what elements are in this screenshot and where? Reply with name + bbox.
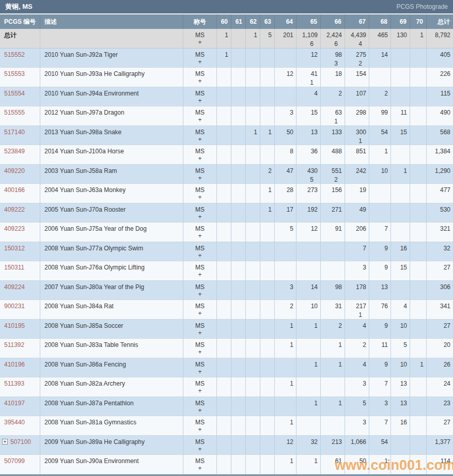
page-title: 黄铜, MS <box>5 2 33 11</box>
grade-cell-70 <box>410 397 427 417</box>
designation-plus: + <box>183 77 216 85</box>
grade-value: 3 <box>345 419 366 426</box>
description-cell: 2010 Yuan Sun-J94a Environment <box>40 87 183 107</box>
grade-cell-69 <box>391 281 410 300</box>
grade-value: 477 <box>427 186 450 194</box>
grade-cell-70 <box>410 126 427 146</box>
grade-cell-65: 1,1096 <box>296 29 321 49</box>
grade-cell-70 <box>410 377 427 397</box>
pcgs-id-link[interactable]: 400166 <box>4 186 25 194</box>
pcgs-id-link[interactable]: 507099 <box>4 457 25 465</box>
designation-plus: + <box>183 194 216 201</box>
pcgs-id-link[interactable]: 507100 <box>10 438 31 446</box>
grade-cell-64 <box>275 242 296 262</box>
total-cell: 1,377 <box>427 436 453 455</box>
header-grade-62: 62 <box>246 14 260 29</box>
grade-cell-68: 9 <box>369 320 391 339</box>
grade-value: 27 <box>427 419 450 426</box>
pcgs-id-link[interactable]: 150311 <box>4 264 24 271</box>
table-row: 1503112008 Yuan Sun-J76a Olympic Lifting… <box>0 261 453 281</box>
grade-cell-67: 3001 <box>345 126 369 146</box>
grade-value: 107 <box>345 90 366 97</box>
plus-grade-value: 2 <box>345 60 366 67</box>
grade-value: 1 <box>321 361 342 368</box>
grade-cell-64: 28 <box>275 184 296 203</box>
designation-cell: MS+ <box>183 87 217 107</box>
total-cell: 26 <box>427 358 453 378</box>
pcgs-id-link[interactable]: 900231 <box>4 303 25 310</box>
grade-cell-60 <box>217 68 231 87</box>
pcgs-id-link[interactable]: 517140 <box>4 129 25 136</box>
grade-value: 50 <box>275 129 293 136</box>
grade-cell-66: 2 <box>321 320 345 339</box>
grade-cell-70 <box>410 416 427 436</box>
table-row: 4092242007 Yuan Sun-J80a Year of the Pig… <box>0 281 453 300</box>
grade-cell-62 <box>246 223 260 242</box>
grade-cell-65: 1 <box>296 455 321 474</box>
table-row: 5171402013 Yuan Sun-J98a SnakeMS+1150131… <box>0 126 453 146</box>
plus-grade-value: 1 <box>345 311 366 319</box>
grade-cell-70 <box>410 165 427 184</box>
grade-value: 31 <box>321 303 342 310</box>
grade-cell-62 <box>246 242 260 262</box>
grade-value: 16 <box>391 245 407 252</box>
grade-cell-63 <box>260 223 275 242</box>
pcgs-id-link[interactable]: 410197 <box>4 400 25 407</box>
grade-value: 1 <box>275 322 293 329</box>
pcgs-id-link[interactable]: 511392 <box>4 341 24 348</box>
pcgs-id-link[interactable]: 515554 <box>4 90 25 97</box>
grade-value: 4,439 <box>345 31 366 39</box>
table-row: 5113922008 Yuan Sun-J83a Table TennisMS+… <box>0 339 453 358</box>
grade-cell-70 <box>410 203 427 223</box>
designation-ms: MS <box>183 438 216 446</box>
grade-cell-65: 1 <box>296 320 321 339</box>
grade-cell-70 <box>410 455 427 474</box>
pcgs-id-link[interactable]: 410195 <box>4 322 25 329</box>
grade-value: 49 <box>345 206 366 213</box>
description-cell: 2008 Yuan Sun-J76a Olympic Lifting <box>40 261 183 281</box>
expand-icon[interactable]: + <box>2 439 8 445</box>
pcgs-id-link[interactable]: 409223 <box>4 225 25 232</box>
grade-cell-68: 7 <box>369 416 391 436</box>
grade-value: 1 <box>296 361 318 368</box>
grade-value: 1 <box>410 361 424 368</box>
designation-ms: MS <box>183 457 216 465</box>
grade-cell-68 <box>369 184 391 203</box>
grade-cell-67: 3 <box>345 377 369 397</box>
grade-cell-69: 13 <box>391 397 410 417</box>
pcgs-id-link[interactable]: 409220 <box>4 167 25 174</box>
table-row: 4101972008 Yuan Sun-J87a PentathlonMS+11… <box>0 397 453 417</box>
header-grade-60: 60 <box>217 14 231 29</box>
grade-cell-68: 13 <box>369 281 391 300</box>
pcgs-id-link[interactable]: 515555 <box>4 109 25 116</box>
photograde-link[interactable]: PCGS Photograde <box>397 3 448 10</box>
pcgs-id-link[interactable]: 150312 <box>4 245 25 252</box>
total-cell: 226 <box>427 68 453 87</box>
grade-value: 18 <box>321 70 342 77</box>
grade-value: 15 <box>391 129 407 136</box>
pcgs-id-link[interactable]: 523849 <box>4 148 25 155</box>
pcgs-id-link[interactable]: 410196 <box>4 361 25 368</box>
grade-value: 1,109 <box>296 31 318 39</box>
pcgs-id-link[interactable]: 515553 <box>4 70 25 77</box>
pcgs-id-link[interactable]: 511393 <box>4 380 24 387</box>
pcgs-id-link[interactable]: 409222 <box>4 206 25 213</box>
designation-plus: + <box>183 407 216 414</box>
designation-ms: MS <box>183 419 216 426</box>
grade-cell-61 <box>231 339 246 358</box>
grade-value: 5 <box>275 225 293 232</box>
grade-cell-60 <box>217 377 231 397</box>
grade-cell-61 <box>231 29 246 49</box>
description-cell: 2003 Yuan Sun-J58a Ram <box>40 165 183 184</box>
pcgs-id-link[interactable]: 395440 <box>4 419 25 426</box>
designation-plus: + <box>183 310 216 317</box>
pcgs-id-link[interactable]: 409224 <box>4 283 25 291</box>
designation-plus: + <box>183 97 216 104</box>
grade-cell-66: 91 <box>321 223 345 242</box>
grade-value: 10 <box>296 303 318 310</box>
pcgs-id-link[interactable]: 515552 <box>4 51 25 58</box>
grade-cell-66 <box>321 242 345 262</box>
designation-plus: + <box>183 213 216 220</box>
grade-cell-63 <box>260 281 275 300</box>
grade-value: 1 <box>275 341 293 348</box>
